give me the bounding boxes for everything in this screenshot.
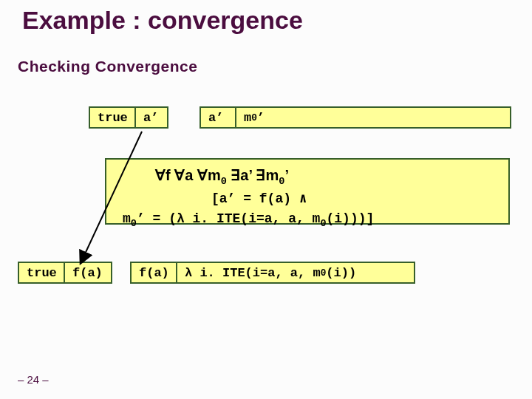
text: λ i. ITE(i=a, a, m [185, 266, 321, 280]
cell-lambda-ite: λ i. ITE(i=a, a, m0(i)) [177, 263, 414, 282]
text: ∃a’ ∃m [227, 167, 279, 183]
cell-a-prime: a’ [201, 108, 236, 127]
formula-line-1: ∀f ∀a ∀m0 ∃a’ ∃m0’ [115, 164, 499, 189]
slide-subtitle: Checking Convergence [18, 58, 197, 75]
text: ’ [257, 111, 265, 125]
formula-line-2: [a’ = f(a) ∧ [115, 189, 499, 209]
text: m [123, 211, 131, 226]
cell-fa: f(a) [132, 263, 177, 282]
cell-m0-prime: m0’ [236, 108, 510, 127]
cell-a-prime: a’ [136, 108, 167, 127]
subscript: 0 [321, 267, 327, 279]
formula-line-3: m0’ = (λ i. ITE(i=a, a, m0(i)))] [115, 209, 499, 231]
text: m [244, 111, 251, 125]
state-box-bottom-right: f(a) λ i. ITE(i=a, a, m0(i)) [130, 262, 415, 284]
subscript: 0 [221, 176, 227, 187]
cell-true: true [90, 108, 136, 127]
text: (i)))] [326, 211, 374, 226]
text: [a’ = f(a) ∧ [211, 191, 307, 206]
state-box-top-left: true a’ [89, 106, 168, 129]
state-box-top-right: a’ m0’ [200, 106, 511, 129]
text: ’ [284, 167, 289, 183]
subscript: 0 [251, 112, 257, 123]
cell-fa: f(a) [65, 263, 111, 282]
state-box-bottom-left: true f(a) [18, 262, 112, 284]
text: (i)) [326, 266, 356, 280]
page-number: – 24 – [18, 373, 49, 386]
cell-true: true [19, 263, 65, 282]
slide-title: Example : convergence [22, 6, 303, 35]
subscript: 0 [131, 217, 137, 228]
